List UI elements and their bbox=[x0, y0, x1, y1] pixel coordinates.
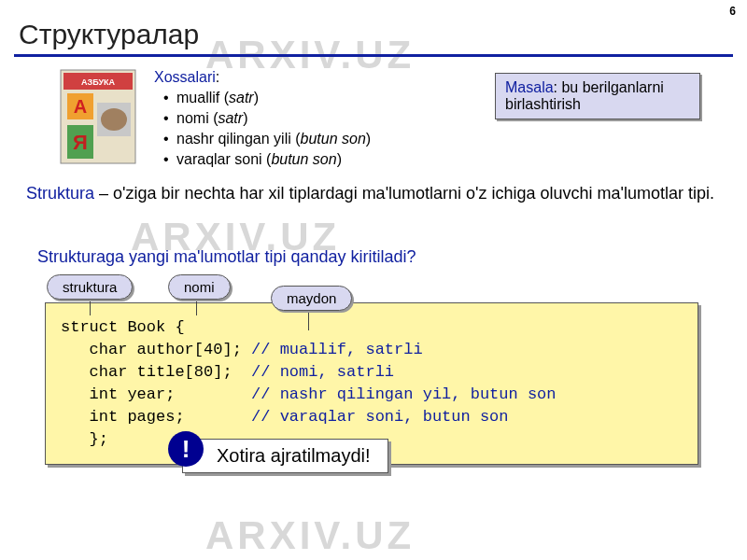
svg-text:А: А bbox=[74, 96, 87, 117]
watermark: ARXIV.UZ bbox=[205, 513, 415, 558]
definition-paragraph: Struktura – o'ziga bir nechta har xil ti… bbox=[26, 182, 721, 204]
warning-badge-icon: ! bbox=[168, 431, 204, 467]
svg-text:Я: Я bbox=[73, 131, 88, 154]
property-item: •nomi (satr) bbox=[163, 108, 371, 129]
page-number: 6 bbox=[729, 5, 736, 18]
definition-text: – o'ziga bir nechta har xil tiplardagi m… bbox=[94, 184, 714, 203]
title-underline bbox=[14, 54, 733, 57]
connector-line bbox=[90, 297, 91, 315]
properties-label: Xossalari bbox=[154, 69, 216, 85]
svg-text:АЗБУКА: АЗБУКА bbox=[81, 77, 115, 87]
property-item: •muallif (satr) bbox=[163, 88, 371, 108]
property-item: •nashr qilingan yili (butun son) bbox=[163, 129, 371, 149]
property-item: •varaqlar soni (butun son) bbox=[163, 149, 371, 170]
svg-point-6 bbox=[101, 108, 127, 131]
label-nomi: nomi bbox=[168, 274, 231, 300]
warning-callout: Xotira ajratilmaydi! bbox=[182, 439, 388, 473]
book-cover-image: АЗБУКА А Я bbox=[56, 65, 140, 168]
connector-line bbox=[196, 297, 197, 315]
question-heading: Strukturaga yangi ma'lumotlar tipi qanda… bbox=[37, 247, 416, 267]
label-struktura: struktura bbox=[47, 274, 133, 300]
slide-title: Структуралар bbox=[19, 19, 199, 50]
task-callout: Masala: bu berilganlarni birlashtirish bbox=[495, 73, 700, 119]
definition-term: Struktura bbox=[26, 184, 94, 203]
properties-list: Xossalari: •muallif (satr) •nomi (satr) … bbox=[154, 67, 371, 170]
label-maydon: maydon bbox=[271, 286, 352, 311]
task-label: Masala bbox=[505, 79, 554, 95]
connector-line bbox=[308, 308, 309, 330]
